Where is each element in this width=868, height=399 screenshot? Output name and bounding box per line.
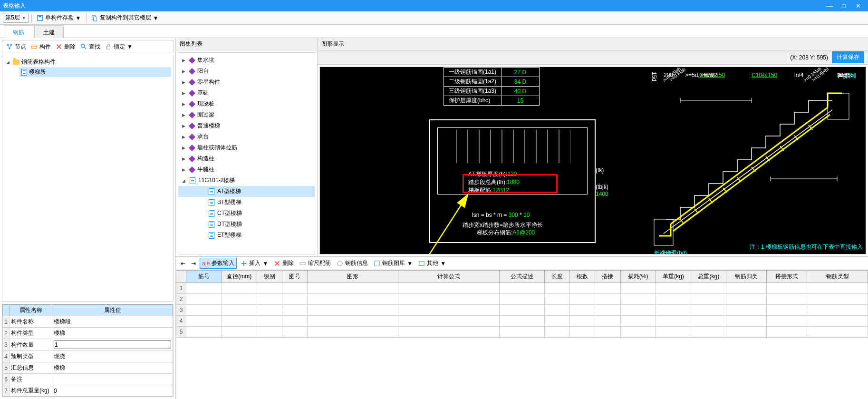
grid-cell[interactable] xyxy=(186,316,222,327)
grid-cell[interactable] xyxy=(308,305,398,316)
grid-cell[interactable] xyxy=(186,294,222,305)
floor-select[interactable]: 第5层 ▼ xyxy=(3,13,29,23)
grid-col-header[interactable]: 钢筋类型 xyxy=(807,271,868,283)
expander-icon[interactable]: ◢ xyxy=(6,60,11,65)
grid-col-header[interactable]: 搭接形式 xyxy=(767,271,807,283)
grid-cell[interactable] xyxy=(726,283,767,294)
expander-icon[interactable]: ▶ xyxy=(182,156,187,161)
grid-col-header[interactable]: 根数 xyxy=(570,271,595,283)
grid-col-header[interactable]: 级别 xyxy=(257,271,282,283)
rebar-lib-button[interactable]: 钢筋图库▼ xyxy=(372,258,415,268)
grid-cell[interactable] xyxy=(656,316,691,327)
grid-cell[interactable] xyxy=(807,283,868,294)
grid-col-header[interactable]: 搭接 xyxy=(595,271,620,283)
grid-cell[interactable] xyxy=(545,327,570,338)
grid-col-header[interactable]: 单重(kg) xyxy=(656,271,691,283)
grid-cell[interactable] xyxy=(499,316,545,327)
grid-cell[interactable] xyxy=(656,283,691,294)
prop-value[interactable]: 楼梯 xyxy=(52,328,173,339)
grid-cell[interactable] xyxy=(691,283,726,294)
grid-cell[interactable] xyxy=(282,283,307,294)
grid-cell[interactable] xyxy=(620,294,656,305)
expander-icon[interactable]: ▶ xyxy=(182,146,187,150)
grid-col-header[interactable]: 损耗(%) xyxy=(620,271,656,283)
catalog-item[interactable]: ▶基础 xyxy=(178,88,315,98)
grid-cell[interactable] xyxy=(545,294,570,305)
component-button[interactable]: 构件 xyxy=(29,42,53,52)
catalog-item[interactable]: ▶牛腿柱 xyxy=(178,164,315,175)
catalog-item[interactable]: ▶墙柱或砌体拉筋 xyxy=(178,142,315,153)
grid-cell[interactable] xyxy=(398,305,499,316)
grid-cell[interactable] xyxy=(186,283,222,294)
grid-cell[interactable] xyxy=(257,294,282,305)
grid-delete-button[interactable]: 删除 xyxy=(272,258,296,268)
grid-col-header[interactable]: 筋号 xyxy=(186,271,222,283)
grid-cell[interactable] xyxy=(308,294,398,305)
catalog-item[interactable]: ▶承台 xyxy=(178,131,315,142)
grid-cell[interactable] xyxy=(545,316,570,327)
grid-cell[interactable] xyxy=(620,327,656,338)
grid-cell[interactable] xyxy=(767,294,807,305)
expander-icon[interactable]: ▶ xyxy=(182,58,187,63)
catalog-item[interactable]: ▶集水坑 xyxy=(178,55,315,66)
catalog-item[interactable]: AT型楼梯 xyxy=(178,186,315,197)
grid-cell[interactable] xyxy=(545,305,570,316)
grid-cell[interactable] xyxy=(282,294,307,305)
grid-cell[interactable] xyxy=(767,283,807,294)
prop-value-input[interactable] xyxy=(54,341,171,349)
compute-save-button[interactable]: 计算保存 xyxy=(832,51,864,63)
grid-cell[interactable] xyxy=(282,316,307,327)
grid-cell[interactable] xyxy=(620,316,656,327)
expander-icon[interactable]: ▶ xyxy=(182,113,187,117)
find-button[interactable]: 查找 xyxy=(78,42,102,52)
grid-cell[interactable] xyxy=(570,305,595,316)
grid-cell[interactable] xyxy=(570,327,595,338)
grid-cell[interactable] xyxy=(767,327,807,338)
grid-cell[interactable] xyxy=(620,305,656,316)
grid-cell[interactable] xyxy=(308,316,398,327)
grid-cell[interactable] xyxy=(807,327,868,338)
grid-cell[interactable] xyxy=(656,327,691,338)
grid-cell[interactable] xyxy=(257,283,282,294)
catalog-item[interactable]: ▶普通楼梯 xyxy=(178,120,315,131)
prop-value[interactable]: 0 xyxy=(52,385,173,397)
grid-cell[interactable] xyxy=(499,327,545,338)
cad-canvas[interactable]: 一级钢筋锚固(1a1)27 D二级钢筋锚固(1a2)34 D三级钢筋锚固(1a3… xyxy=(319,67,866,254)
catalog-item[interactable]: ◢11G101-2楼梯 xyxy=(178,175,315,186)
minimize-button[interactable]: — xyxy=(822,2,837,10)
grid-cell[interactable] xyxy=(398,283,499,294)
grid-cell[interactable] xyxy=(595,294,620,305)
tree-child-stair[interactable]: 楼梯段 xyxy=(19,67,171,77)
save-single-button[interactable]: 单构件存盘 ▼ xyxy=(35,13,83,23)
grid-cell[interactable] xyxy=(595,316,620,327)
expander-icon[interactable]: ▶ xyxy=(182,135,187,139)
nav-last-button[interactable]: ⇥ xyxy=(189,259,198,268)
catalog-tree[interactable]: ▶集水坑▶阳台▶零星构件▶基础▶现浇桩▶圈过梁▶普通楼梯▶承台▶墙柱或砌体拉筋▶… xyxy=(178,52,315,254)
grid-cell[interactable] xyxy=(767,316,807,327)
grid-col-header[interactable]: 图号 xyxy=(282,271,307,283)
grid-col-header[interactable]: 钢筋归类 xyxy=(726,271,767,283)
grid-cell[interactable] xyxy=(656,294,691,305)
grid-col-header[interactable]: 直径(mm) xyxy=(222,271,257,283)
expander-icon[interactable]: ◢ xyxy=(182,178,187,183)
grid-cell[interactable] xyxy=(691,294,726,305)
grid-cell[interactable] xyxy=(726,294,767,305)
other-button[interactable]: 其他▼ xyxy=(416,258,448,268)
grid-col-header[interactable]: 图形 xyxy=(308,271,398,283)
grid-cell[interactable] xyxy=(767,305,807,316)
catalog-item[interactable]: ET型楼梯 xyxy=(178,230,315,241)
grid-cell[interactable] xyxy=(398,316,499,327)
grid-cell[interactable] xyxy=(398,327,499,338)
tree-root[interactable]: ◢ 钢筋表格构件 xyxy=(4,57,171,67)
grid-cell[interactable] xyxy=(656,305,691,316)
grid-cell[interactable] xyxy=(282,327,307,338)
prop-value[interactable]: 楼梯 xyxy=(52,362,173,374)
grid-cell[interactable] xyxy=(222,283,257,294)
catalog-item[interactable]: ▶现浇桩 xyxy=(178,98,315,109)
grid-cell[interactable] xyxy=(308,283,398,294)
grid-cell[interactable] xyxy=(570,283,595,294)
grid-cell[interactable] xyxy=(691,305,726,316)
tab-rebar[interactable]: 钢筋 xyxy=(4,25,33,38)
rebar-grid[interactable]: 筋号直径(mm)级别图号图形计算公式公式描述长度根数搭接损耗(%)单重(kg)总… xyxy=(176,270,868,399)
grid-cell[interactable] xyxy=(222,327,257,338)
